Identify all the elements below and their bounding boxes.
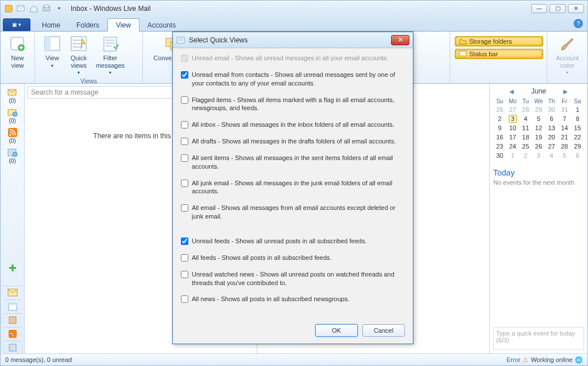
cal-day-cell[interactable]: 26 [493,105,506,114]
sidebar-unread-mail[interactable]: (0) [4,87,21,104]
cal-day-cell[interactable]: 27 [506,105,520,114]
cal-day-cell[interactable]: 5 [532,114,546,123]
cal-day-cell[interactable]: 9 [493,123,506,133]
quick-view-checkbox[interactable] [181,71,188,79]
status-error-link[interactable]: Error [506,356,520,363]
tab-view[interactable]: View [107,18,140,32]
account-color-button[interactable]: Account color▼ [552,34,583,76]
cal-day-cell[interactable]: 22 [571,133,584,142]
new-mail-icon[interactable] [17,4,26,13]
cal-day-cell[interactable]: 26 [532,142,546,151]
cal-day-cell[interactable]: 30 [493,151,506,160]
cal-day-cell[interactable]: 14 [558,123,571,133]
cal-day-cell[interactable]: 10 [506,123,520,133]
quick-view-checkbox[interactable] [181,96,188,104]
cal-day-cell[interactable]: 27 [545,142,558,151]
cal-day-cell[interactable]: 15 [571,123,584,133]
cal-day-cell[interactable]: 28 [558,142,571,151]
tab-home[interactable]: Home [34,19,68,31]
cal-day-cell[interactable]: 29 [571,142,584,151]
quick-view-checkbox[interactable] [181,121,188,129]
quick-view-checkbox[interactable] [181,254,188,262]
quick-views-button[interactable]: Quick views▼ [65,34,92,76]
cal-day-cell[interactable]: 2 [493,114,506,123]
cal-day-cell[interactable]: 17 [506,133,520,142]
cal-day-cell[interactable]: 24 [506,142,520,151]
cal-day-cell[interactable]: 1 [506,151,520,160]
nav-mail[interactable] [4,286,21,298]
quick-view-option[interactable]: Flagged items - Shows all items marked w… [181,96,405,113]
cal-day-cell[interactable]: 11 [519,123,532,133]
home-icon[interactable] [29,4,38,13]
quick-view-option[interactable]: Unread feeds - Shows all unread posts in… [181,237,405,246]
cal-day-cell[interactable]: 3 [532,151,546,160]
cal-day-cell[interactable]: 8 [571,114,584,123]
cal-day-cell[interactable]: 5 [558,151,571,160]
quick-view-checkbox[interactable] [181,204,188,212]
ok-button[interactable]: OK [315,324,358,337]
quick-view-checkbox[interactable] [181,271,188,278]
dialog-titlebar[interactable]: Select Quick Views ✕ [173,32,413,48]
nav-calendar[interactable] [4,299,21,312]
quick-view-checkbox[interactable] [181,237,188,245]
app-menu-icon[interactable] [4,4,13,13]
quick-view-checkbox[interactable] [181,180,188,187]
file-menu-button[interactable]: ▣ ▾ [3,18,30,31]
quick-view-option[interactable]: All drafts - Shows all messages in the d… [181,137,405,146]
view-button[interactable]: View▼ [40,34,65,69]
cal-day-cell[interactable]: 6 [545,114,558,123]
cal-day-cell[interactable]: 13 [545,123,558,133]
new-view-button[interactable]: New view [5,34,30,70]
quick-view-option[interactable]: All inbox - Shows all messages in the in… [181,120,405,129]
calendar-grid[interactable]: SuMoTuWeThFrSa26272829303112345678910111… [493,98,584,160]
quick-view-checkbox[interactable] [181,138,188,145]
quick-view-option[interactable]: Unread watched news - Shows all unread p… [181,270,405,287]
help-icon[interactable]: ? [574,19,583,28]
cancel-button[interactable]: Cancel [362,324,405,337]
cal-prev-button[interactable]: ◀ [509,88,514,95]
maximize-button[interactable]: ▢ [550,4,566,13]
cal-day-cell[interactable]: 16 [493,133,506,142]
cal-day-cell[interactable]: 29 [532,105,546,114]
nav-newsgroups[interactable] [4,341,21,353]
quick-view-option[interactable]: All email - Shows all messages from all … [181,204,405,221]
cal-day-cell[interactable]: 4 [545,151,558,160]
sidebar-unread-contacts[interactable]: (0) [4,107,21,124]
quick-event-input[interactable]: Type a quick event for today (6/3) [493,327,584,350]
dialog-close-button[interactable]: ✕ [391,35,409,45]
cal-day-cell[interactable]: 1 [571,105,584,114]
cal-day-cell[interactable]: 21 [558,133,571,142]
cal-day-cell[interactable]: 3 [506,114,520,123]
cal-day-cell[interactable]: 25 [519,142,532,151]
quick-view-option[interactable]: Unread email from contacts - Shows all u… [181,71,405,88]
sidebar-news[interactable]: (0) [4,147,21,164]
cal-day-cell[interactable]: 12 [532,123,546,133]
storage-folders-toggle[interactable]: Storage folders [455,36,543,46]
quick-view-checkbox[interactable] [181,295,188,303]
nav-contacts[interactable] [4,313,21,326]
nav-feeds[interactable] [4,327,21,340]
cal-day-cell[interactable]: 7 [558,114,571,123]
qat-dropdown-icon[interactable]: ▾ [55,4,64,13]
cal-day-cell[interactable]: 2 [519,151,532,160]
cal-day-cell[interactable]: 28 [519,105,532,114]
cal-day-cell[interactable]: 4 [519,114,532,123]
cal-day-cell[interactable]: 20 [545,133,558,142]
cal-next-button[interactable]: ▶ [563,88,568,95]
filter-messages-button[interactable]: Filter messages▼ [92,34,128,76]
cal-day-cell[interactable]: 19 [532,133,546,142]
quick-view-checkbox[interactable] [181,154,188,162]
quick-view-option[interactable]: All feeds - Shows all posts in all subsc… [181,254,405,262]
print-icon[interactable] [42,4,51,13]
cal-day-cell[interactable]: 23 [493,142,506,151]
cal-day-cell[interactable]: 18 [519,133,532,142]
minimize-button[interactable]: — [531,4,547,13]
sidebar-add[interactable] [4,263,21,273]
tab-folders[interactable]: Folders [68,19,107,31]
quick-view-option[interactable]: All sent items - Shows all messages in t… [181,154,405,171]
status-bar-toggle[interactable]: Status bar [455,49,543,59]
cal-day-cell[interactable]: 30 [545,105,558,114]
quick-view-option[interactable]: All news - Shows all posts in all subscr… [181,295,405,303]
tab-accounts[interactable]: Accounts [140,19,184,31]
quick-view-option[interactable]: All junk email - Shows all messages in t… [181,179,405,196]
